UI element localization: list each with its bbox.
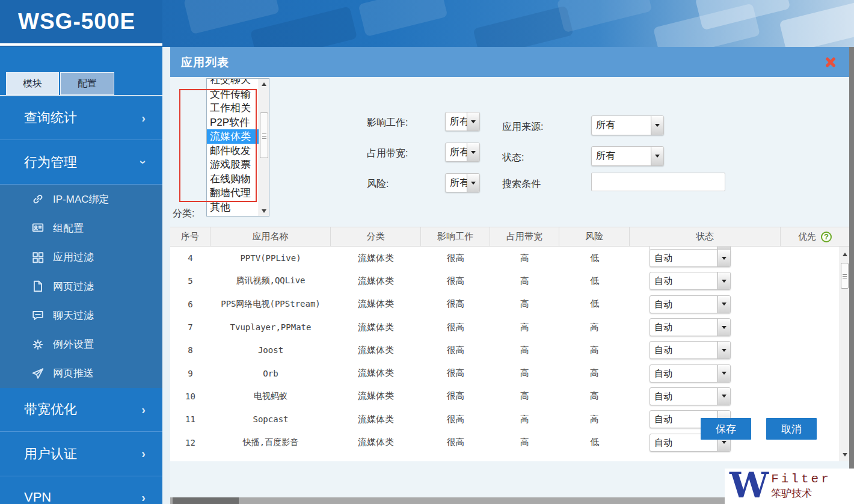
dropdown-arrow-icon[interactable] xyxy=(717,365,730,382)
status-select[interactable]: 自动 xyxy=(650,364,731,383)
sidebar-submenu: IP-MAC绑定 组配置 应用过滤 网页过滤 xyxy=(0,185,162,388)
dropdown-arrow-icon[interactable] xyxy=(651,116,663,135)
category-option[interactable]: 在线购物 xyxy=(207,172,259,186)
sidebar-group-bandwidth[interactable]: 带宽优化 › xyxy=(0,388,162,432)
bandwidth-filter-label: 占用带宽: xyxy=(367,147,408,160)
scroll-up-icon[interactable] xyxy=(840,250,849,259)
status-filter-label: 状态: xyxy=(502,152,524,164)
dropdown-arrow-icon[interactable] xyxy=(717,342,730,358)
table-scroll-thumb[interactable] xyxy=(841,263,849,289)
cell-risk: 低 xyxy=(559,437,630,448)
search-label: 搜索条件 xyxy=(502,178,541,191)
status-select[interactable]: 自动 xyxy=(650,295,731,313)
cell-impact: 很高 xyxy=(421,414,490,425)
cell-status: 自动 xyxy=(630,364,781,383)
tab-config[interactable]: 配置 xyxy=(60,72,114,95)
dropdown-arrow-icon[interactable] xyxy=(467,112,479,131)
select-value: 自动 xyxy=(650,250,717,266)
status-select[interactable]: 自动 xyxy=(650,341,731,359)
sidebar-item-exception-settings[interactable]: 例外设置 xyxy=(0,330,162,358)
category-option[interactable]: 邮件收发 xyxy=(207,144,259,158)
col-header-category: 分类 xyxy=(331,227,421,246)
scroll-down-icon[interactable] xyxy=(840,450,849,459)
listbox-scroll-thumb[interactable] xyxy=(260,112,268,158)
help-icon[interactable]: ? xyxy=(821,232,832,242)
col-header-bandwidth: 占用带宽 xyxy=(490,227,559,246)
save-button[interactable]: 保存 xyxy=(701,418,751,440)
cell-no: 7 xyxy=(170,322,210,332)
cell-app-name: Orb xyxy=(210,369,331,378)
status-select[interactable]: 自动 xyxy=(650,272,731,290)
cell-bandwidth: 高 xyxy=(490,253,559,264)
source-filter-select[interactable]: 所有 xyxy=(591,115,664,135)
send-icon xyxy=(31,367,45,380)
impact-filter-select[interactable]: 所有 xyxy=(445,112,480,131)
bandwidth-filter-select[interactable]: 所有 xyxy=(445,143,480,162)
sidebar-item-ip-mac-binding[interactable]: IP-MAC绑定 xyxy=(0,185,162,214)
status-filter-select[interactable]: 所有 xyxy=(591,146,664,166)
cancel-button[interactable]: 取消 xyxy=(766,418,817,440)
scroll-up-icon[interactable] xyxy=(259,79,269,89)
status-select[interactable]: 自动 xyxy=(650,387,731,405)
search-input[interactable] xyxy=(591,173,725,191)
dropdown-arrow-icon[interactable] xyxy=(467,174,479,192)
sidebar-group-user-auth[interactable]: 用户认证 › xyxy=(0,432,162,476)
cell-impact: 很高 xyxy=(421,437,490,448)
group-label: 用户认证 xyxy=(24,445,77,463)
dropdown-arrow-icon[interactable] xyxy=(717,250,730,266)
sidebar-tabs: 模块 配置 xyxy=(6,72,114,95)
dropdown-arrow-icon[interactable] xyxy=(717,388,730,405)
table-row: 7Tvuplayer,PPMate流媒体类很高高高自动 xyxy=(170,316,849,339)
status-select[interactable]: 自动 xyxy=(650,249,731,267)
tab-modules[interactable]: 模块 xyxy=(6,72,59,95)
category-option[interactable]: 工作相关 xyxy=(207,101,259,115)
dropdown-arrow-icon[interactable] xyxy=(717,319,730,336)
dropdown-arrow-icon[interactable] xyxy=(467,143,479,161)
cell-risk: 高 xyxy=(559,367,630,379)
close-icon[interactable] xyxy=(824,55,837,69)
chevron-right-icon: › xyxy=(141,111,146,125)
window-scrollbar[interactable] xyxy=(849,47,854,504)
scroll-down-icon[interactable] xyxy=(259,206,269,216)
sidebar-item-web-push[interactable]: 网页推送 xyxy=(0,359,162,388)
cell-bandwidth: 高 xyxy=(490,390,559,402)
select-value: 所有 xyxy=(592,116,651,135)
priority-header-label: 优先 xyxy=(798,231,816,242)
sidebar-item-app-filter[interactable]: 应用过滤 xyxy=(0,243,162,272)
category-option[interactable]: 文件传输 xyxy=(207,87,259,102)
sidebar-item-chat-filter[interactable]: 聊天过滤 xyxy=(0,301,162,330)
cell-no: 6 xyxy=(170,300,210,309)
dropdown-arrow-icon[interactable] xyxy=(717,296,730,313)
sidebar-group-query-stats[interactable]: 查询统计 › xyxy=(0,96,162,140)
col-header-priority: 优先 ? xyxy=(781,227,849,246)
col-header-risk: 风险 xyxy=(559,227,630,246)
status-select[interactable]: 自动 xyxy=(650,318,731,336)
category-option[interactable]: P2P软件 xyxy=(207,115,259,130)
sidebar-item-group-config[interactable]: 组配置 xyxy=(0,214,162,242)
table-scrollbar[interactable] xyxy=(840,247,849,461)
cell-no: 5 xyxy=(170,276,210,286)
category-option[interactable]: 游戏股票 xyxy=(207,158,259,172)
category-option[interactable]: 社交聊天 xyxy=(207,78,259,87)
cell-no: 10 xyxy=(170,392,210,401)
listbox-scrollbar[interactable] xyxy=(259,79,269,216)
logo-name: Filter xyxy=(771,472,831,486)
cell-bandwidth: 高 xyxy=(490,367,559,379)
cell-no: 9 xyxy=(170,369,210,378)
cell-app-name: Tvuplayer,PPMate xyxy=(210,322,331,332)
sidebar-group-behavior-mgmt[interactable]: 行为管理 › xyxy=(0,140,162,185)
cell-status: 自动 xyxy=(630,249,781,267)
category-option[interactable]: 流媒体类 xyxy=(207,129,259,144)
dropdown-arrow-icon[interactable] xyxy=(651,147,663,165)
sidebar-item-web-filter[interactable]: 网页过滤 xyxy=(0,272,162,301)
category-option[interactable]: 其他 xyxy=(207,200,259,215)
grid-icon xyxy=(31,251,45,264)
cell-category: 流媒体类 xyxy=(331,414,421,425)
category-option[interactable]: 翻墙代理 xyxy=(207,186,259,200)
risk-filter-select[interactable]: 所有 xyxy=(445,173,480,192)
horizontal-scroll-thumb[interactable] xyxy=(173,497,239,504)
sidebar-group-vpn[interactable]: VPN › xyxy=(0,476,162,504)
dropdown-arrow-icon[interactable] xyxy=(717,272,730,289)
cell-bandwidth: 高 xyxy=(490,298,559,310)
category-listbox[interactable]: 社交聊天文件传输工作相关P2P软件流媒体类邮件收发游戏股票在线购物翻墙代理其他 xyxy=(206,78,269,217)
